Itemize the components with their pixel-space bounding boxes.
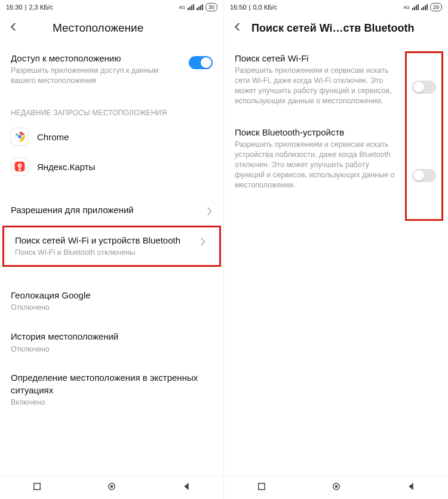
- battery-icon: 29: [430, 3, 442, 11]
- signal-icon: [188, 4, 194, 10]
- screen-location: 16:30 | 2,3 КБ/с 4G 30 Местоположение До…: [0, 0, 224, 499]
- chrome-icon: [11, 128, 29, 146]
- row-subtitle: Включено: [11, 398, 213, 408]
- svg-point-5: [19, 165, 21, 167]
- highlight-toggles: [405, 51, 443, 221]
- page-title: Поиск сетей Wi…ств Bluetooth: [251, 22, 414, 35]
- page-title: Местоположение: [53, 21, 143, 35]
- row-title: Геолокация Google: [11, 289, 213, 301]
- nav-home-icon[interactable]: [331, 481, 342, 494]
- status-bar: 16:50 | 0,0 КБ/с 4G 29: [224, 0, 448, 14]
- nav-home-icon[interactable]: [106, 481, 117, 494]
- svg-rect-9: [258, 483, 265, 489]
- status-time: 16:50: [230, 4, 247, 11]
- row-title: Поиск Bluetooth-устройств: [235, 127, 399, 138]
- toggle-bluetooth-scan[interactable]: [412, 169, 436, 182]
- svg-point-11: [335, 485, 337, 488]
- status-bar: 16:30 | 2,3 КБ/с 4G 30: [0, 0, 223, 14]
- row-location-access[interactable]: Доступ к местоположению Разрешить прилож…: [0, 45, 223, 93]
- row-title: Определение местоположения в экстренных …: [11, 372, 213, 396]
- toggle-wifi-scan[interactable]: [412, 81, 436, 94]
- nav-back-icon[interactable]: [181, 481, 192, 494]
- navbar: [0, 475, 223, 499]
- row-location-history[interactable]: История местоположений Отключено: [0, 320, 223, 361]
- battery-icon: 30: [205, 3, 217, 11]
- back-icon[interactable]: [8, 21, 19, 35]
- status-data: 0,0 КБ/с: [253, 4, 277, 11]
- svg-point-2: [18, 135, 22, 139]
- row-wifi-bluetooth-scan[interactable]: Поиск сетей Wi-Fi и устройств Bluetooth …: [4, 227, 217, 265]
- chevron-right-icon: [207, 207, 213, 218]
- back-icon[interactable]: [232, 21, 243, 35]
- row-google-location[interactable]: Геолокация Google Отключено: [0, 282, 223, 320]
- nav-recent-icon[interactable]: [256, 481, 267, 494]
- section-recent-requests: НЕДАВНИЕ ЗАПРОСЫ МЕСТОПОЛОЖЕНИЯ: [0, 93, 223, 122]
- highlight-scan-row: Поиск сетей Wi-Fi и устройств Bluetooth …: [2, 226, 221, 267]
- nav-back-icon[interactable]: [406, 481, 416, 494]
- signal-icon: [412, 4, 419, 10]
- row-title: Разрешения для приложений: [11, 204, 200, 216]
- row-title: Доступ к местоположению: [11, 53, 182, 64]
- signal-icon: [197, 4, 203, 10]
- app-row-yandex-maps[interactable]: Яндекс.Карты: [0, 152, 223, 181]
- row-app-permissions[interactable]: Разрешения для приложений: [0, 197, 223, 226]
- row-emergency-location[interactable]: Определение местоположения в экстренных …: [0, 361, 223, 414]
- app-row-chrome[interactable]: Chrome: [0, 122, 223, 152]
- svg-rect-6: [34, 483, 41, 489]
- row-subtitle: Отключено: [11, 303, 213, 313]
- row-title: Поиск сетей Wi-Fi: [235, 53, 399, 64]
- content: Доступ к местоположению Разрешить прилож…: [0, 45, 223, 475]
- status-net: 4G: [179, 5, 185, 10]
- status-time: 16:30: [6, 4, 23, 11]
- header: Поиск сетей Wi…ств Bluetooth: [224, 14, 448, 45]
- app-name: Chrome: [37, 132, 69, 142]
- header: Местоположение: [0, 14, 223, 45]
- row-title: Поиск сетей Wi-Fi и устройств Bluetooth: [15, 235, 193, 247]
- navbar: [224, 475, 448, 499]
- status-net: 4G: [403, 5, 410, 10]
- row-subtitle: Поиск Wi-Fi и Bluetooth отключены: [15, 248, 193, 258]
- toggle-location-access[interactable]: [189, 56, 213, 69]
- row-title: История местоположений: [11, 331, 213, 343]
- nav-recent-icon[interactable]: [32, 481, 42, 494]
- row-subtitle: Разрешить приложениям и сервисам искать …: [235, 140, 399, 190]
- signal-icon: [421, 4, 428, 10]
- svg-point-8: [111, 485, 113, 488]
- chevron-right-icon: [200, 237, 206, 249]
- row-subtitle: Отключено: [11, 344, 213, 355]
- row-subtitle: Разрешить приложениям и сервисам искать …: [235, 66, 399, 106]
- row-subtitle: Разрешить приложениям доступ к данным ва…: [11, 66, 182, 86]
- status-data: 2,3 КБ/с: [29, 4, 53, 11]
- screen-scan-settings: 16:50 | 0,0 КБ/с 4G 29 Поиск сетей Wi…ст…: [224, 0, 448, 499]
- yandex-maps-icon: [11, 158, 29, 175]
- app-name: Яндекс.Карты: [37, 162, 95, 172]
